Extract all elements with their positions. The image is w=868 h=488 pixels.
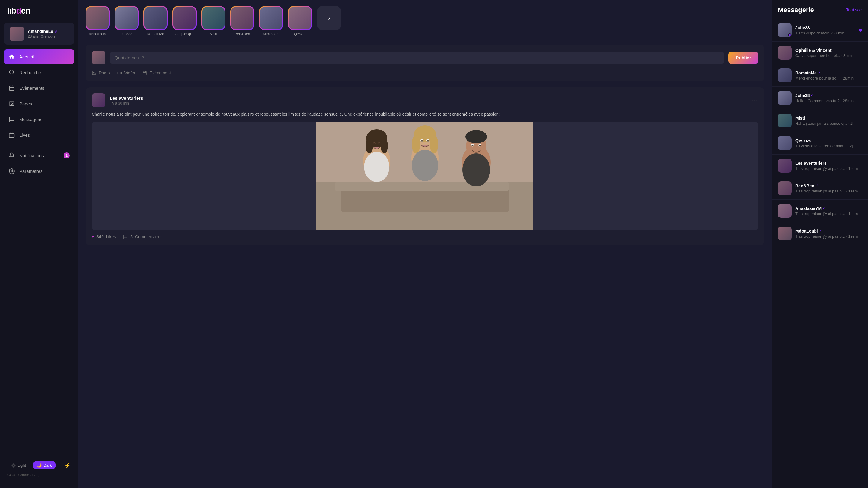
- message-item[interactable]: Julie38 ✓ Hello ! Comment vas-tu ? · 28m…: [772, 87, 868, 109]
- post-input[interactable]: [110, 52, 724, 64]
- right-panel: Messagerie Tout voir Julie38 Tu es dispo…: [772, 0, 868, 488]
- message-avatar: [778, 23, 792, 37]
- user-info: AmandineLo ✓ 28 ans, Grenoble: [28, 29, 68, 38]
- post-event-action[interactable]: Evènement: [142, 70, 171, 75]
- main-content: MdoaLoubi Julie38 RomainMa: [79, 0, 772, 488]
- message-sender: AnastasiaYM ✓: [795, 206, 862, 211]
- message-item[interactable]: Les aventuriers T'as trop raison j'y ai …: [772, 155, 868, 177]
- message-preview: Ca va super merci et toi... · 8min: [795, 53, 862, 58]
- sidebar-item-lives[interactable]: Lives: [4, 128, 74, 142]
- verified-icon: ✓: [823, 206, 826, 210]
- heart-icon: ♥: [92, 234, 94, 239]
- story-item[interactable]: Misti: [201, 6, 225, 36]
- feed-post-image: [92, 122, 758, 230]
- story-avatar: [116, 7, 138, 29]
- story-item[interactable]: Qesxi...: [288, 6, 312, 36]
- stories-next-button[interactable]: ›: [317, 6, 341, 30]
- cgu-link[interactable]: CGU: [7, 473, 16, 477]
- theme-toggle: Light 🌙 Dark ⚡: [7, 461, 71, 469]
- story-avatar-inner: [173, 7, 195, 29]
- message-list: Julie38 Tu es dispo demain ? · 2min Ophé…: [772, 19, 868, 488]
- online-indicator: [788, 33, 791, 36]
- message-preview: Tu es dispo demain ? · 2min: [795, 31, 855, 35]
- message-item[interactable]: AnastasiaYM ✓ T'as trop raison j'y ai pa…: [772, 200, 868, 222]
- svg-point-5: [11, 103, 13, 104]
- story-item[interactable]: Ben&Ben: [230, 6, 254, 36]
- story-avatar: [173, 7, 195, 29]
- sidebar-item-messagerie[interactable]: Messagerie: [4, 112, 74, 127]
- svg-point-0: [10, 70, 13, 74]
- story-item[interactable]: Mimiboum: [259, 6, 283, 36]
- charte-link[interactable]: Charte: [19, 473, 29, 477]
- lightning-button[interactable]: ⚡: [64, 462, 71, 469]
- message-info: RomainMa ✓ Merci encore pour la so... · …: [795, 70, 862, 80]
- message-info: Qesxizs Tu viens à la soirée demain ? · …: [795, 138, 862, 148]
- message-item[interactable]: Misti Haha j'aurai jamais pensé q... · 1…: [772, 109, 868, 132]
- theme-light-button[interactable]: Light: [7, 461, 30, 469]
- tv-icon: [8, 132, 15, 138]
- message-preview: Merci encore pour la so... · 28min: [795, 76, 862, 80]
- theme-dark-button[interactable]: 🌙 Dark: [33, 461, 56, 469]
- story-name: Ben&Ben: [235, 32, 250, 36]
- feed-post-header: Les aventuriers il y a 30 min ···: [92, 93, 758, 107]
- user-profile[interactable]: AmandineLo ✓ 28 ans, Grenoble: [4, 23, 74, 44]
- message-info: Misti Haha j'aurai jamais pensé q... · 1…: [795, 116, 862, 126]
- story-avatar-wrap: [115, 6, 138, 30]
- messagerie-title: Messagerie: [778, 6, 814, 14]
- story-avatar-wrap: [230, 6, 254, 30]
- sidebar-item-evenements[interactable]: Evènements: [4, 81, 74, 95]
- message-item[interactable]: Ophélie & Vincent Ca va super merci et t…: [772, 41, 868, 64]
- feed-post-meta: Les aventuriers il y a 30 min: [110, 96, 747, 105]
- story-avatar: [289, 7, 311, 29]
- message-item[interactable]: Julie38 Tu es dispo demain ? · 2min: [772, 19, 868, 41]
- user-name: AmandineLo ✓: [28, 29, 68, 34]
- story-item[interactable]: RomainMa: [144, 6, 167, 36]
- story-name: Julie38: [121, 32, 132, 36]
- story-name: MdoaLoubi: [89, 32, 106, 36]
- message-avatar: [778, 204, 792, 218]
- publish-button[interactable]: Publier: [728, 52, 758, 64]
- comments-stat[interactable]: 5 Commentaires: [123, 234, 162, 239]
- sidebar-item-parametres[interactable]: Paramètres: [4, 164, 74, 178]
- svg-point-18: [93, 72, 94, 73]
- post-options-button[interactable]: ···: [751, 97, 758, 104]
- faq-link[interactable]: FAQ: [32, 473, 39, 477]
- svg-rect-6: [9, 134, 14, 138]
- likes-stat[interactable]: ♥ 349 Likes: [92, 234, 116, 239]
- sidebar-item-recherche[interactable]: Recherche: [4, 65, 74, 79]
- message-sender: Misti: [795, 116, 862, 121]
- story-item[interactable]: Julie38: [115, 6, 138, 36]
- verified-icon: ✓: [819, 229, 822, 233]
- svg-point-7: [11, 170, 13, 172]
- message-sender: Les aventuriers: [795, 161, 862, 166]
- search-icon: [8, 69, 15, 76]
- sidebar-item-notifications[interactable]: Notifications 2: [4, 148, 74, 163]
- message-avatar: [778, 113, 792, 127]
- sidebar: libden AmandineLo ✓ 28 ans, Grenoble Acc…: [0, 0, 79, 488]
- message-info: Julie38 ✓ Hello ! Comment vas-tu ? · 28m…: [795, 93, 862, 103]
- svg-point-8: [13, 464, 14, 466]
- tout-voir-button[interactable]: Tout voir: [846, 7, 862, 12]
- unread-dot: [859, 29, 862, 32]
- story-item[interactable]: MdoaLoubi: [86, 6, 110, 36]
- post-video-action[interactable]: Vidéo: [117, 70, 135, 75]
- comment-icon: [123, 234, 128, 239]
- sidebar-item-accueil[interactable]: Accueil: [4, 50, 74, 64]
- message-item[interactable]: Ben&Ben ✓ T'as trop raison j'y ai pas p.…: [772, 177, 868, 200]
- story-name: Mimiboum: [263, 32, 279, 36]
- message-sender: Qesxizs: [795, 138, 862, 143]
- post-photo-action[interactable]: Photo: [92, 70, 110, 75]
- story-avatar-inner: [144, 7, 167, 29]
- message-item[interactable]: Qesxizs Tu viens à la soirée demain ? · …: [772, 132, 868, 155]
- message-preview: T'as trop raison j'y ai pas p... · 1sem: [795, 189, 862, 193]
- message-sender: Ben&Ben ✓: [795, 184, 862, 188]
- story-name: RomainMa: [147, 32, 164, 36]
- story-item[interactable]: CoupleOp...: [173, 6, 196, 36]
- pages-icon: [8, 100, 15, 107]
- message-avatar: [778, 181, 792, 195]
- message-item[interactable]: MdoaLoubi ✓ T'as trop raison j'y ai pas …: [772, 222, 868, 245]
- verified-icon: ✓: [815, 184, 818, 188]
- message-item[interactable]: RomainMa ✓ Merci encore pour la so... · …: [772, 64, 868, 87]
- story-avatar-wrap: [201, 6, 225, 30]
- sidebar-item-pages[interactable]: Pages: [4, 96, 74, 111]
